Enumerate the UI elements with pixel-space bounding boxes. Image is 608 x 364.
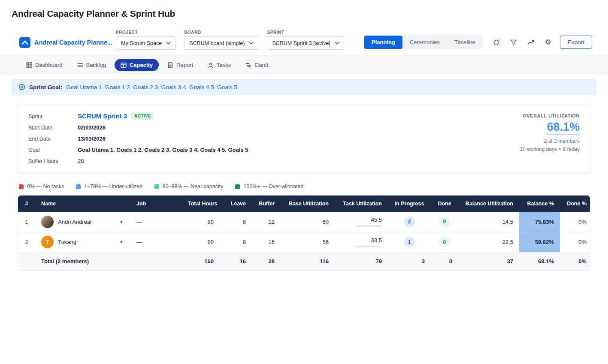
nav-tab-label: Backlog [86, 62, 106, 68]
legend-swatch-red [19, 184, 24, 189]
chevron-down-icon [249, 42, 254, 45]
task-utilization-value: 33.5 [371, 237, 382, 244]
table-row: 2 T Tukang ▼ — 80 8 16 56 33.5 1 0 22 [18, 232, 590, 252]
capacity-table: # Name Job Total Hours Leave Buffer Base… [18, 195, 590, 271]
backlog-icon [77, 62, 83, 68]
col-done: Done [431, 196, 458, 212]
nav-tab-dashboard[interactable]: Dashboard [20, 59, 69, 71]
field-label-sprint: Sprint [28, 113, 70, 119]
col-buffer: Buffer [252, 196, 281, 212]
legend-item-over-allocated: 100%+ — Over-allocated [235, 184, 303, 190]
total-in-progress-sum: 3 [388, 252, 431, 270]
nav-tab-tasks[interactable]: Tasks [202, 59, 237, 71]
table-header-row: # Name Job Total Hours Leave Buffer Base… [18, 196, 590, 212]
board-value: SCRUM board (simple) [189, 40, 245, 46]
col-in-progress: In Progress [388, 196, 431, 212]
status-badge: ACTIVE [131, 112, 154, 120]
header-actions: Planning Ceremonies Timeline ⚙ Export [364, 36, 592, 50]
done-badge: 0 [439, 217, 450, 227]
nav-tab-report[interactable]: Report [161, 59, 199, 71]
in-progress-badge: 2 [404, 217, 415, 227]
total-hours-value: 80 [182, 212, 220, 232]
sprint-fields: Sprint SCRUM Sprint 3 ACTIVE Start Date … [28, 112, 248, 164]
legend-label: 1–79% — Under-utilized [84, 184, 142, 190]
nav-tab-backlog[interactable]: Backlog [71, 59, 112, 71]
legend-swatch-green [235, 184, 240, 189]
balance-utilization-value: 22.5 [458, 232, 519, 252]
sprint-label: SPRINT [267, 30, 344, 35]
done-pct-value: 0% [560, 232, 590, 252]
legend-item-near-capacity: 80–99% — Near capacity [154, 184, 224, 190]
project-selector: PROJECT My Scrum Space [116, 30, 175, 50]
col-task-utilization: Task Utilization [335, 196, 388, 212]
legend-label: 100%+ — Over-allocated [243, 184, 303, 190]
nav-tab-label: Report [176, 62, 193, 68]
page-title: Andreal Capacity Planner & Sprint Hub [0, 0, 608, 26]
leave-value: 8 [220, 212, 252, 232]
end-date-value: 13/03/2026 [78, 135, 248, 142]
sprint-goal-label: Sprint Goal: [29, 84, 62, 90]
member-dropdown-caret[interactable]: ▼ [118, 220, 124, 224]
avatar: T [41, 236, 54, 248]
job-value: — [130, 232, 182, 252]
overall-members: 2 of 2 members [520, 138, 580, 144]
balance-pct-cell: 59.82% [519, 232, 560, 252]
total-done-pct: 0% [560, 252, 590, 270]
done-pct-value: 0% [560, 212, 590, 232]
col-balance-utilization: Balance Utilization [458, 196, 519, 212]
table-row: 1 Andri Andreal ▼ — 80 8 12 60 45.5 2 0 [18, 212, 590, 232]
app-brand: Andreal Capacity Planne... [19, 37, 116, 50]
refresh-icon[interactable] [493, 39, 500, 46]
col-total-hours: Total Hours [182, 196, 220, 212]
field-label-goal: Goal [28, 147, 70, 153]
legend-swatch-blue [76, 184, 81, 189]
tab-timeline[interactable]: Timeline [447, 36, 483, 49]
total-balance-util-sum: 37 [458, 252, 519, 270]
nav-tab-capacity[interactable]: Capacity [115, 59, 159, 71]
member-dropdown-caret[interactable]: ▼ [118, 240, 124, 244]
tab-ceremonies[interactable]: Ceremonies [402, 36, 447, 49]
col-leave: Leave [220, 196, 252, 212]
sprint-dropdown[interactable]: SCRUM Sprint 3 [active] [267, 36, 344, 50]
utilization-legend: 0% — No tasks 1–79% — Under-utilized 80–… [19, 184, 590, 190]
view-mode-switch: Planning Ceremonies Timeline [364, 36, 483, 49]
buffer-value: 16 [252, 232, 281, 252]
capacity-icon [121, 62, 127, 68]
app-header: Andreal Capacity Planne... PROJECT My Sc… [0, 26, 608, 55]
base-utilization-value: 56 [281, 232, 335, 252]
export-button[interactable]: Export [560, 36, 592, 49]
col-num: # [18, 196, 35, 212]
col-job: Job [130, 196, 182, 212]
legend-label: 80–99% — Near capacity [163, 184, 224, 190]
done-badge: 0 [439, 237, 450, 247]
col-name: Name [35, 196, 130, 212]
chevron-down-icon [335, 42, 339, 45]
sprint-selector: SPRINT SCRUM Sprint 3 [active] [267, 30, 344, 50]
nav-tab-label: Gantt [254, 62, 268, 68]
buffer-value: 12 [252, 212, 281, 232]
overall-utilization-value: 68.1% [547, 120, 580, 135]
buffer-hours-value: 28 [78, 158, 248, 164]
task-utilization-bar [355, 225, 382, 227]
project-label: PROJECT [116, 30, 175, 35]
board-dropdown[interactable]: SCRUM board (simple) [184, 36, 258, 50]
task-utilization-value: 45.5 [371, 217, 382, 223]
filter-icon[interactable] [510, 39, 517, 46]
gear-icon[interactable]: ⚙ [545, 39, 551, 46]
project-dropdown[interactable]: My Scrum Space [116, 36, 175, 50]
avatar [41, 216, 54, 228]
dashboard-icon [26, 62, 32, 68]
gantt-icon [245, 62, 251, 68]
total-balance-pct: 68.1% [519, 252, 560, 270]
trend-icon[interactable] [527, 39, 535, 46]
base-utilization-value: 60 [281, 212, 335, 232]
tab-planning[interactable]: Planning [364, 36, 402, 49]
job-value: — [130, 212, 182, 232]
total-buffer-sum: 28 [252, 252, 281, 270]
sprint-goal-text: Goal Utama 1. Goals 1 2. Goals 2 3. Goal… [66, 84, 237, 90]
nav-tab-gantt[interactable]: Gantt [239, 59, 274, 71]
total-hours-value: 80 [182, 232, 220, 252]
start-date-value: 02/03/2026 [78, 124, 248, 131]
member-name: Tukang [58, 239, 76, 245]
sprint-name-link[interactable]: SCRUM Sprint 3 [78, 112, 127, 120]
